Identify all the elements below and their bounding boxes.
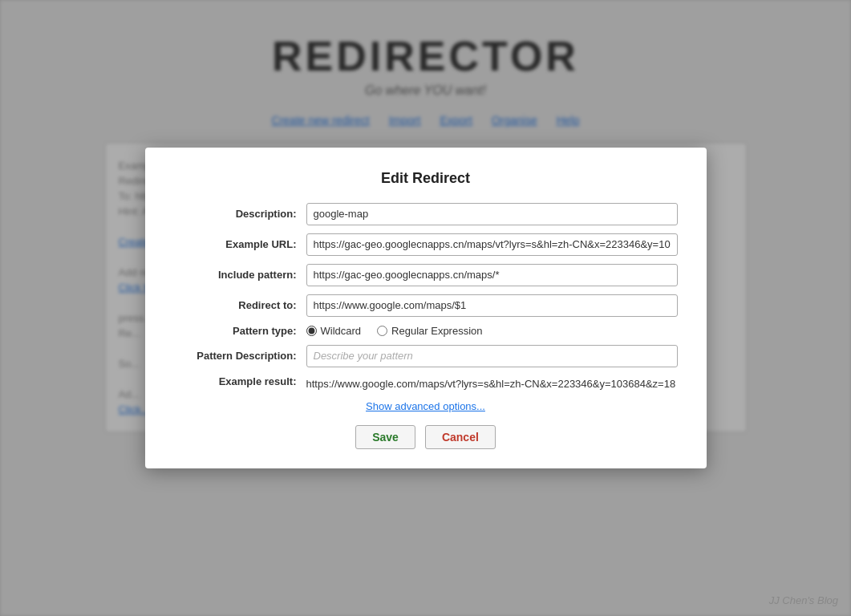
redirect-to-label: Redirect to:	[174, 299, 306, 311]
example-result-value: https://www.google.com/maps/vt?lyrs=s&hl…	[306, 375, 678, 391]
regex-option[interactable]: Regular Expression	[377, 325, 482, 337]
wildcard-radio[interactable]	[306, 326, 317, 336]
edit-redirect-modal: Edit Redirect Description: Example URL: …	[145, 148, 707, 468]
watermark: JJ Chen's Blog	[769, 594, 838, 606]
pattern-description-input[interactable]	[306, 345, 678, 367]
pattern-type-row: Pattern type: Wildcard Regular Expressio…	[174, 325, 678, 337]
cancel-button[interactable]: Cancel	[425, 425, 496, 449]
example-url-row: Example URL:	[174, 233, 678, 256]
save-button[interactable]: Save	[355, 425, 415, 449]
pattern-type-radio-group: Wildcard Regular Expression	[306, 325, 483, 337]
description-row: Description:	[174, 203, 678, 225]
modal-buttons: Save Cancel	[174, 425, 678, 449]
pattern-type-label: Pattern type:	[174, 325, 306, 337]
wildcard-option[interactable]: Wildcard	[306, 325, 362, 337]
example-result-label: Example result:	[174, 375, 306, 387]
redirect-to-input[interactable]	[306, 294, 678, 317]
example-url-input[interactable]	[306, 233, 678, 256]
pattern-description-label: Pattern Description:	[174, 350, 306, 362]
show-advanced-section: Show advanced options...	[174, 399, 678, 412]
example-url-label: Example URL:	[174, 238, 306, 250]
include-pattern-input[interactable]	[306, 264, 678, 286]
pattern-description-row: Pattern Description:	[174, 345, 678, 367]
modal-overlay: Edit Redirect Description: Example URL: …	[0, 0, 851, 616]
example-result-row: Example result: https://www.google.com/m…	[174, 375, 678, 391]
regex-label: Regular Expression	[391, 325, 482, 337]
description-input[interactable]	[306, 203, 678, 225]
wildcard-label: Wildcard	[321, 325, 362, 337]
include-pattern-row: Include pattern:	[174, 264, 678, 286]
description-label: Description:	[174, 208, 306, 220]
redirect-to-row: Redirect to:	[174, 294, 678, 317]
include-pattern-label: Include pattern:	[174, 269, 306, 281]
modal-title: Edit Redirect	[174, 170, 678, 187]
regex-radio[interactable]	[377, 326, 387, 336]
show-advanced-link[interactable]: Show advanced options...	[366, 400, 485, 412]
